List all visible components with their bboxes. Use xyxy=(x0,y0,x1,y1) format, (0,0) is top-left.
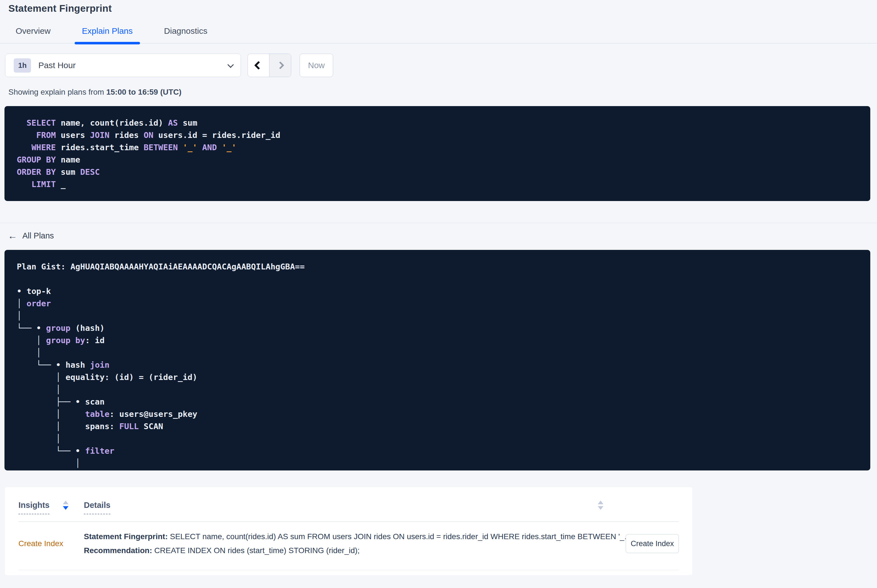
all-plans-label: All Plans xyxy=(23,231,54,240)
create-index-button[interactable]: Create Index xyxy=(626,534,679,553)
time-range-badge: 1h xyxy=(14,58,31,73)
range-text-bold: 15:00 to 16:59 (UTC) xyxy=(106,88,181,96)
all-plans-back-link[interactable]: ← All Plans xyxy=(8,231,54,240)
next-time-button[interactable] xyxy=(269,54,291,77)
code-line: │ xyxy=(17,457,858,470)
time-pager xyxy=(248,54,291,77)
now-button[interactable]: Now xyxy=(299,54,333,77)
code-line: │ xyxy=(17,383,858,396)
recommendation-text: CREATE INDEX ON rides (start_time) STORI… xyxy=(152,546,360,555)
code-line: └── • group (hash) xyxy=(17,322,858,334)
plan-gist-block: Plan Gist: AgHUAQIABQAAAAHYAQIAiAEAAAADC… xyxy=(5,250,870,471)
insight-link-create-index[interactable]: Create Index xyxy=(18,539,63,548)
statement-sql-block: SELECT name, count(rides.id) AS sum FROM… xyxy=(5,106,870,201)
code-line: ├── • scan xyxy=(17,396,858,408)
fingerprint-label: Statement Fingerprint: xyxy=(84,532,168,541)
tab-overview[interactable]: Overview xyxy=(8,26,58,43)
code-line: • top-k xyxy=(17,285,858,297)
code-line: │ xyxy=(17,432,858,445)
code-line: │ group by: id xyxy=(17,334,858,346)
insights-table-header: Insights Details xyxy=(18,487,679,522)
tab-bar: Overview Explain Plans Diagnostics xyxy=(0,26,877,44)
code-line: │ xyxy=(17,310,858,322)
tab-explain-plans[interactable]: Explain Plans xyxy=(75,26,140,43)
sort-desc-triangle xyxy=(63,506,68,510)
column-header-details[interactable]: Details xyxy=(84,501,626,514)
code-line: GROUP BY name xyxy=(17,153,858,166)
code-line: │ equality: (id) = (rider_id) xyxy=(17,371,858,383)
code-line: └── • filter xyxy=(17,445,858,457)
time-range-select[interactable]: 1h Past Hour xyxy=(5,54,241,77)
time-toolbar: 1h Past Hour Now xyxy=(5,54,877,77)
details-cell: Statement Fingerprint: SELECT name, coun… xyxy=(84,530,626,558)
column-header-insights[interactable]: Insights xyxy=(18,501,84,514)
page-title: Statement Fingerprint xyxy=(8,3,877,14)
previous-time-button[interactable] xyxy=(248,54,269,77)
insights-card: Insights Details Create Index Statement … xyxy=(5,487,692,575)
section-divider xyxy=(0,223,877,223)
code-line: LIMIT _ xyxy=(17,178,858,190)
code-line: WHERE rides.start_time BETWEEN '_' AND '… xyxy=(17,141,858,153)
recommendation-label: Recommendation: xyxy=(84,546,152,555)
chevron-down-icon xyxy=(227,62,234,68)
code-line: ORDER BY sum DESC xyxy=(17,166,858,178)
code-line: │ xyxy=(17,470,858,471)
sort-asc-triangle xyxy=(63,501,68,504)
sort-icon-insights[interactable] xyxy=(63,501,68,510)
page: { "colors": { "accent_blue": "#0b5fff", … xyxy=(0,0,877,588)
recommendation-line: Recommendation: CREATE INDEX ON rides (s… xyxy=(84,544,626,558)
insights-header-label: Insights xyxy=(18,501,50,514)
table-row: Create Index Statement Fingerprint: SELE… xyxy=(18,522,679,570)
sort-desc-triangle xyxy=(598,506,603,510)
code-line: │ order xyxy=(17,297,858,310)
details-header-label: Details xyxy=(84,501,110,514)
time-range-label: Past Hour xyxy=(38,61,75,70)
explain-plans-range-text: Showing explain plans from 15:00 to 16:5… xyxy=(8,88,877,97)
code-line: FROM users JOIN rides ON users.id = ride… xyxy=(17,129,858,141)
code-line: │ spans: FULL SCAN xyxy=(17,420,858,432)
range-text-prefix: Showing explain plans from xyxy=(8,88,106,96)
chevron-left-icon xyxy=(254,61,263,69)
fingerprint-text: SELECT name, count(rides.id) AS sum FROM… xyxy=(168,532,626,541)
code-line: └── • hash join xyxy=(17,359,858,371)
chevron-right-icon xyxy=(276,62,284,69)
tab-diagnostics[interactable]: Diagnostics xyxy=(157,26,215,43)
code-line: │ table: users@users_pkey xyxy=(17,408,858,420)
code-line: │ xyxy=(17,346,858,359)
fingerprint-line: Statement Fingerprint: SELECT name, coun… xyxy=(84,530,626,544)
code-line: Plan Gist: AgHUAQIABQAAAAHYAQIAiAEAAAADC… xyxy=(17,261,858,273)
code-line: SELECT name, count(rides.id) AS sum xyxy=(17,117,858,129)
arrow-left-icon: ← xyxy=(8,231,17,240)
code-line xyxy=(17,273,858,285)
sort-asc-triangle xyxy=(598,501,603,504)
sort-icon-details[interactable] xyxy=(598,501,603,510)
